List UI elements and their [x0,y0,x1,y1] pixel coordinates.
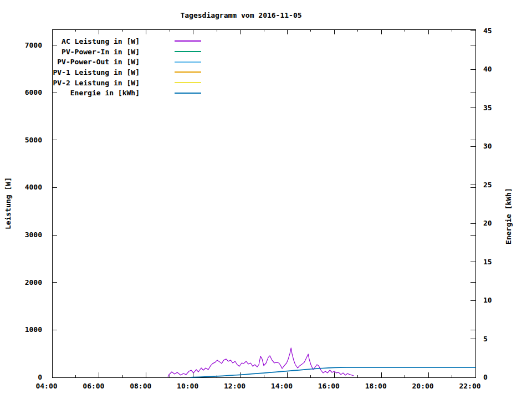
legend-line-sample [175,93,201,94]
legend-line-sample [175,62,201,63]
series-line-ac-leistung-in-w [168,348,354,377]
legend-line-sample [175,51,201,52]
legend-line-sample [175,40,201,42]
legend-row: PV-1 Leistung in [W] [0,67,201,78]
y2-tick-label: 45 [483,27,492,35]
x-tick-label: 18:00 [365,382,387,390]
legend-line-sample [175,71,201,73]
x-tick-label: 14:00 [271,382,293,390]
y2-tick-label: 40 [483,65,492,73]
y2-tick-label: 15 [483,258,492,266]
y1-tick-label: 5000 [25,136,42,144]
legend-row: AC Leistung in [W] [0,36,201,47]
x-tick-label: 10:00 [177,382,198,390]
y2-tick-label: 10 [483,296,492,304]
legend-label: Energie in [kWh] [0,89,140,97]
legend-label: AC Leistung in [W] [0,37,140,45]
x-tick-label: 06:00 [83,382,104,390]
x-tick-label: 22:00 [459,382,480,390]
series-line-energie-in-kwh [191,367,475,377]
x-tick-label: 08:00 [130,382,151,390]
legend-row: PV-Power-In in [W] [0,47,201,57]
y1-tick-label: 4000 [25,183,42,191]
legend-line-sample [175,82,201,83]
y2-tick-label: 0 [483,373,488,381]
y1-tick-label: 3000 [25,231,42,239]
y2-tick-label: 5 [483,335,488,343]
x-tick-label: 16:00 [318,382,340,390]
y2-tick-label: 35 [483,104,492,112]
legend-label: PV-1 Leistung in [W] [0,68,140,76]
x-tick-label: 04:00 [35,382,57,390]
legend: AC Leistung in [W] PV-Power-In in [W] PV… [0,36,201,98]
y2-tick-label: 20 [483,219,492,227]
legend-label: PV-Power-In in [W] [0,48,140,56]
legend-label: PV-Power-Out in [W] [0,58,140,66]
y2-tick-label: 25 [483,181,492,189]
legend-row: PV-2 Leistung in [W] [0,78,201,88]
chart-canvas: Tagesdiagramm vom 2016-11-05 Leistung [W… [0,0,532,399]
x-tick-label: 12:00 [224,382,245,390]
y2-tick-label: 30 [483,142,492,150]
legend-label: PV-2 Leistung in [W] [0,79,140,87]
x-tick-label: 20:00 [412,382,434,390]
y1-tick-label: 1000 [25,325,42,334]
y1-tick-label: 0 [38,373,42,381]
y1-tick-label: 2000 [25,278,42,287]
legend-row: Energie in [kWh] [0,88,201,98]
legend-row: PV-Power-Out in [W] [0,57,201,67]
